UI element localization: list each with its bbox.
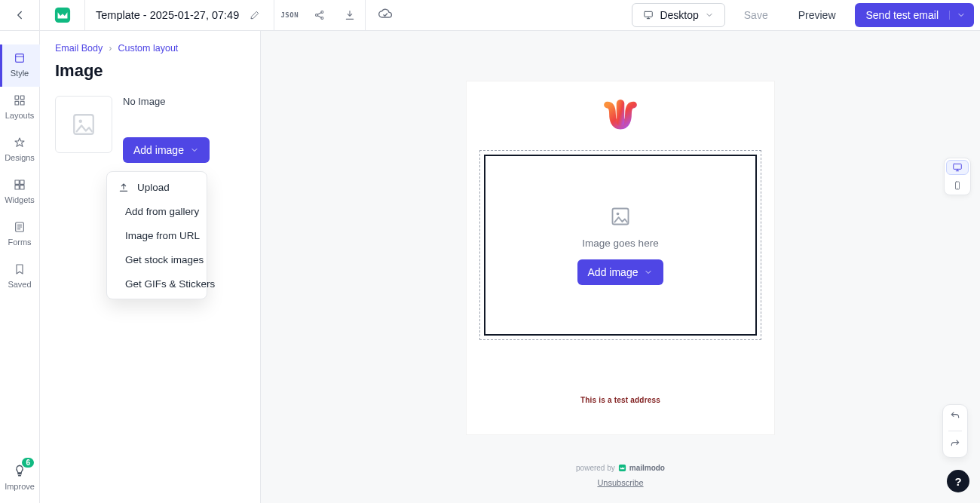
rail-item-label: Forms xyxy=(8,238,31,247)
image-slot-inner[interactable]: Image goes here Add image xyxy=(484,155,757,336)
rail-item-improve[interactable]: 6 Improve xyxy=(0,464,40,503)
add-image-menu: Upload Add from gallery Image from URL G… xyxy=(106,171,207,299)
menu-gifs-stickers[interactable]: Get GIFs & Stickers xyxy=(107,271,207,296)
menu-item-label: Image from URL xyxy=(125,230,200,241)
desktop-icon xyxy=(643,10,654,20)
download-button[interactable] xyxy=(335,0,365,30)
device-toggle-desktop[interactable] xyxy=(946,160,969,175)
share-icon xyxy=(314,9,326,21)
top-bar: Template - 2025-01-27, 07:49 JSON Deskto… xyxy=(0,0,980,31)
rail-item-label: Layouts xyxy=(5,111,35,120)
save-button[interactable]: Save xyxy=(733,3,779,27)
chevron-down-icon xyxy=(644,268,653,277)
rail-item-label: Widgets xyxy=(5,195,35,204)
desktop-icon xyxy=(952,162,963,173)
redo-icon xyxy=(949,437,961,449)
svg-rect-6 xyxy=(15,96,19,100)
help-button[interactable]: ? xyxy=(947,470,969,492)
breadcrumb-sep: › xyxy=(109,43,112,54)
menu-item-label: Get GIFs & Stickers xyxy=(125,278,215,290)
brand-name: mailmodo xyxy=(629,464,665,472)
rail-item-label: Designs xyxy=(5,153,35,162)
unsubscribe-link[interactable]: Unsubscribe xyxy=(597,478,643,487)
style-icon xyxy=(14,52,26,64)
top-bar-left: Template - 2025-01-27, 07:49 JSON xyxy=(0,0,405,30)
email-preview[interactable]: Image goes here Add image This is a test… xyxy=(466,81,775,435)
svg-rect-10 xyxy=(15,180,19,184)
device-selector[interactable]: Desktop xyxy=(632,3,724,27)
image-slot-outer[interactable]: Image goes here Add image xyxy=(479,150,761,340)
json-button[interactable]: JSON xyxy=(274,0,305,30)
canvas[interactable]: Image goes here Add image This is a test… xyxy=(261,31,980,503)
add-image-button[interactable]: Add image xyxy=(123,137,210,163)
canvas-add-image-button[interactable]: Add image xyxy=(577,259,664,285)
add-image-label: Add image xyxy=(133,144,184,156)
chevron-down-icon xyxy=(705,11,714,20)
redo-button[interactable] xyxy=(949,437,961,452)
rail-item-style[interactable]: Style xyxy=(0,44,40,87)
breadcrumb: Email Body › Custom layout xyxy=(55,43,245,54)
rail-item-widgets[interactable]: Widgets xyxy=(0,171,40,213)
improve-badge: 6 xyxy=(22,458,34,468)
forms-icon xyxy=(14,221,26,233)
side-panel: Email Body › Custom layout Image No Imag… xyxy=(40,31,261,503)
cloud-sync-status xyxy=(366,6,405,24)
image-block-info: No Image Add image xyxy=(123,96,210,163)
brand-logo[interactable] xyxy=(40,0,85,30)
send-test-email-button[interactable]: Send test email xyxy=(855,3,975,27)
undo-icon xyxy=(949,409,961,422)
menu-item-label: Get stock images xyxy=(125,254,204,265)
menu-add-from-gallery[interactable]: Add from gallery xyxy=(107,199,207,223)
pencil-icon xyxy=(250,10,260,20)
preview-button[interactable]: Preview xyxy=(787,3,847,27)
download-icon xyxy=(344,9,356,21)
designs-icon xyxy=(14,136,26,149)
menu-image-from-url[interactable]: Image from URL xyxy=(107,223,207,247)
rail-item-designs[interactable]: Designs xyxy=(0,129,40,171)
svg-rect-7 xyxy=(20,96,24,100)
svg-rect-13 xyxy=(20,186,24,189)
device-toggle xyxy=(944,158,971,195)
preview-label: Preview xyxy=(798,9,836,21)
powered-by: powered by mailmodo xyxy=(576,464,665,472)
top-bar-right: Desktop Save Preview Send test email xyxy=(632,3,980,27)
panel-heading: Image xyxy=(55,61,245,81)
svg-rect-5 xyxy=(16,54,24,63)
edit-title-button[interactable] xyxy=(247,7,263,23)
rail-item-label: Style xyxy=(11,69,29,78)
body-row: Style Layouts Designs Widgets Forms Save… xyxy=(0,31,980,503)
chevron-down-icon xyxy=(190,146,199,155)
history-controls xyxy=(942,404,968,458)
share-button[interactable] xyxy=(305,0,335,30)
crumb-custom-layout[interactable]: Custom layout xyxy=(118,43,178,54)
send-caret[interactable] xyxy=(949,11,967,20)
rail-item-layouts[interactable]: Layouts xyxy=(0,87,40,129)
svg-rect-12 xyxy=(15,186,19,189)
crumb-email-body[interactable]: Email Body xyxy=(55,43,103,54)
menu-upload[interactable]: Upload xyxy=(107,175,207,199)
device-toggle-mobile[interactable] xyxy=(945,176,970,195)
image-block-row: No Image Add image xyxy=(55,96,245,163)
undo-button[interactable] xyxy=(949,409,961,425)
back-button[interactable] xyxy=(0,0,40,30)
menu-stock-images[interactable]: Get stock images xyxy=(107,247,207,271)
rail-item-saved[interactable]: Saved xyxy=(0,256,40,298)
saved-icon xyxy=(14,263,26,275)
history-sep xyxy=(948,431,962,431)
image-placeholder-icon xyxy=(610,206,631,227)
powered-by-text: powered by xyxy=(576,464,615,472)
mailmodo-mark-icon xyxy=(618,464,626,472)
image-thumbnail[interactable] xyxy=(55,96,112,153)
svg-rect-8 xyxy=(15,101,19,105)
menu-item-label: Add from gallery xyxy=(125,206,199,217)
rail-item-forms[interactable]: Forms xyxy=(0,213,40,256)
device-selector-label: Desktop xyxy=(660,9,698,21)
svg-rect-22 xyxy=(954,164,962,169)
send-label: Send test email xyxy=(866,9,939,21)
arrow-left-icon xyxy=(13,8,26,22)
svg-rect-25 xyxy=(617,100,625,126)
upload-icon xyxy=(118,181,130,193)
svg-point-16 xyxy=(78,119,82,123)
template-title: Template - 2025-01-27, 07:49 xyxy=(96,9,239,21)
svg-point-27 xyxy=(617,212,620,215)
